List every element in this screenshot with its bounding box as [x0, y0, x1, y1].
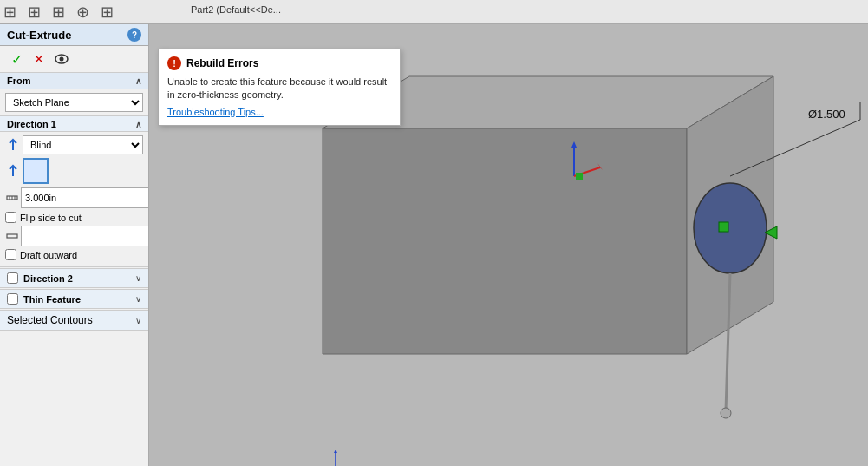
- direction2-section[interactable]: Direction 2 ∨: [0, 268, 148, 288]
- direction1-chevron: ∧: [135, 120, 141, 129]
- left-panel: Cut-Extrude ? ✓ ✕ From ∧ Sketch: [0, 24, 149, 466]
- direction2-checkbox[interactable]: [7, 272, 18, 284]
- draft-icon: [5, 228, 19, 244]
- top-toolbar: ⊞ ⊞ ⊞ ⊕ ⊞ Part2 (Default<<De...: [0, 0, 868, 24]
- viewport[interactable]: ! Rebuild Errors Unable to create this f…: [149, 24, 868, 466]
- thin-feature-chevron: ∨: [135, 294, 141, 304]
- direction2-label: Direction 2: [23, 273, 73, 284]
- eye-icon: [55, 54, 69, 64]
- thin-feature-checkbox[interactable]: [7, 293, 18, 305]
- flip-side-label: Flip side to cut: [20, 213, 82, 223]
- from-dropdown[interactable]: Sketch Plane Surface/Face/Plane Vertex O…: [5, 93, 143, 112]
- depth-input-row: 3.000in ▲ ▼: [5, 187, 143, 208]
- cancel-button[interactable]: ✕: [29, 49, 49, 69]
- svg-marker-10: [323, 128, 687, 354]
- depth-input-wrap: 3.000in ▲ ▼: [21, 187, 149, 208]
- ruler-icon: [5, 191, 19, 205]
- troubleshooting-link[interactable]: Troubleshooting Tips...: [167, 107, 264, 117]
- panel-actions: ✓ ✕: [0, 46, 148, 73]
- depth-color-box: [23, 158, 49, 184]
- depth-arrow-icon[interactable]: [5, 163, 21, 179]
- direction2-chevron: ∨: [135, 273, 141, 283]
- svg-text:Ø1.500: Ø1.500: [808, 108, 845, 121]
- arrow-up2-icon: [6, 164, 20, 178]
- draft-outward-checkbox[interactable]: [5, 249, 16, 260]
- help-button[interactable]: ?: [127, 28, 141, 42]
- direction1-arrow-icon[interactable]: [5, 137, 21, 153]
- error-title-text: Rebuild Errors: [186, 57, 258, 69]
- direction1-label: Direction 1: [7, 119, 56, 129]
- draft-input[interactable]: [22, 226, 148, 246]
- error-icon: !: [167, 56, 181, 70]
- breadcrumb: Part2 (Default<<De...: [191, 4, 281, 15]
- blind-dropdown-row: Blind Through All Up To Next Up To Verte…: [5, 135, 143, 154]
- thin-feature-label: Thin Feature: [23, 294, 81, 305]
- svg-point-1: [60, 57, 64, 62]
- from-label: From: [7, 75, 31, 86]
- flip-side-checkbox[interactable]: [5, 212, 16, 223]
- svg-rect-8: [7, 234, 17, 238]
- from-header[interactable]: From ∧: [0, 73, 148, 89]
- direction2-label-wrap: Direction 2: [7, 272, 73, 284]
- ok-button[interactable]: ✓: [7, 49, 26, 69]
- direction1-header[interactable]: Direction 1 ∧: [0, 116, 148, 132]
- flip-side-row: Flip side to cut: [5, 212, 143, 223]
- error-message: Unable to create this feature because it…: [167, 75, 391, 102]
- direction1-content: Blind Through All Up To Next Up To Verte…: [0, 132, 148, 266]
- blind-select[interactable]: Blind Through All Up To Next Up To Verte…: [23, 135, 143, 154]
- svg-marker-26: [334, 450, 337, 453]
- depth-input[interactable]: 3.000in: [22, 188, 148, 207]
- draft-icon-row: ▲ ▼: [5, 226, 143, 246]
- selected-contours-chevron: ∨: [135, 316, 141, 325]
- panel-title: Cut-Extrude: [7, 29, 71, 42]
- from-section: From ∧ Sketch Plane Surface/Face/Plane V…: [0, 73, 148, 116]
- main-area: Cut-Extrude ? ✓ ✕ From ∧ Sketch: [0, 24, 868, 466]
- arrow-up-icon: [6, 138, 20, 152]
- error-popup: ! Rebuild Errors Unable to create this f…: [158, 49, 401, 126]
- preview-button[interactable]: [52, 49, 71, 69]
- svg-point-14: [721, 408, 731, 418]
- selected-contours-section[interactable]: Selected Contours ∨: [0, 310, 148, 331]
- from-content: Sketch Plane Surface/Face/Plane Vertex O…: [0, 89, 148, 115]
- error-title-row: ! Rebuild Errors: [167, 56, 391, 70]
- panel-header: Cut-Extrude ?: [0, 24, 148, 46]
- draft-angle-icon: [5, 229, 19, 243]
- draft-outward-row: Draft outward: [5, 249, 143, 260]
- thin-feature-section[interactable]: Thin Feature ∨: [0, 289, 148, 309]
- depth-icon: [5, 190, 19, 206]
- svg-rect-23: [719, 222, 728, 232]
- draft-outward-label: Draft outward: [20, 250, 77, 260]
- svg-rect-22: [576, 173, 583, 180]
- selected-contours-label: Selected Contours: [7, 314, 93, 326]
- depth-color-row: [5, 158, 143, 184]
- from-chevron: ∧: [135, 76, 141, 86]
- direction1-section: Direction 1 ∧ Blind Through All Up: [0, 116, 148, 267]
- draft-input-wrap: ▲ ▼: [21, 226, 149, 246]
- svg-point-12: [694, 183, 767, 273]
- thin-feature-label-wrap: Thin Feature: [7, 293, 81, 305]
- toolbar-icons: ⊞ ⊞ ⊞ ⊕ ⊞: [3, 3, 117, 22]
